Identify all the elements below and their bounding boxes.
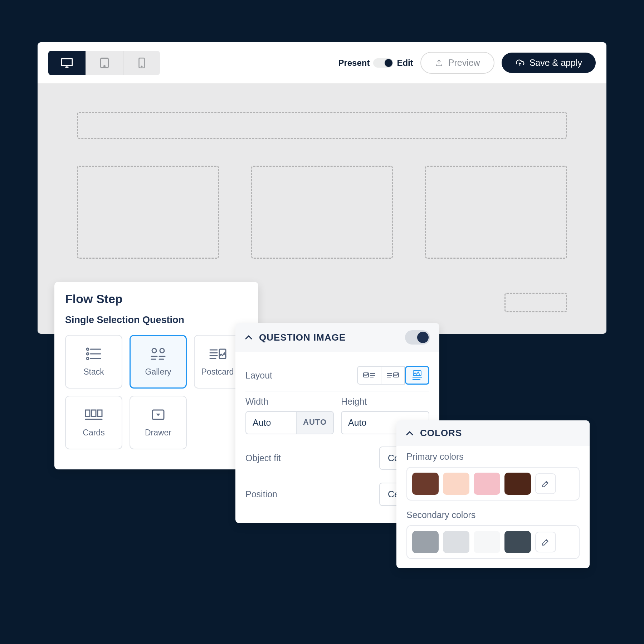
svg-point-14 — [160, 348, 164, 353]
swatch-secondary-3[interactable] — [474, 531, 500, 553]
device-mobile-button[interactable] — [123, 51, 160, 75]
mobile-icon — [137, 58, 146, 68]
preview-button[interactable]: Preview — [420, 52, 494, 74]
width-unit[interactable]: AUTO — [297, 411, 334, 434]
tile-label: Stack — [83, 367, 104, 377]
save-label: Save & apply — [530, 58, 582, 68]
height-label: Height — [341, 396, 367, 406]
image-right-icon — [386, 371, 399, 380]
toggle-knob — [385, 59, 392, 67]
swatch-primary-3[interactable] — [474, 473, 500, 495]
layout-row: Layout — [245, 360, 429, 391]
flow-step-title: Flow Step — [65, 292, 248, 306]
colors-header[interactable]: COLORS — [396, 420, 590, 446]
cards-icon — [84, 408, 103, 421]
tile-label: Gallery — [145, 367, 171, 377]
colors-panel: COLORS Primary colors Secondary colors — [396, 420, 590, 568]
toggle-label-present: Present — [338, 58, 370, 68]
preview-label: Preview — [448, 58, 480, 68]
colors-title: COLORS — [420, 428, 580, 439]
flow-step-panel: Flow Step Single Selection Question Stac… — [54, 282, 258, 469]
postcard-icon — [209, 347, 226, 361]
upload-icon — [435, 59, 443, 67]
swatch-primary-4[interactable] — [504, 473, 531, 495]
device-switcher — [48, 51, 160, 75]
gallery-icon — [149, 347, 167, 361]
svg-rect-26 — [98, 410, 102, 416]
swatch-secondary-2[interactable] — [443, 531, 469, 553]
tile-stack[interactable]: Stack — [65, 335, 122, 389]
swatch-primary-2[interactable] — [443, 473, 469, 495]
tile-label: Postcard — [201, 367, 234, 377]
secondary-colors-section: Secondary colors — [396, 504, 590, 568]
object-fit-label: Object fit — [245, 453, 281, 463]
image-top-icon — [411, 370, 423, 381]
width-label: Width — [245, 396, 268, 406]
cloud-upload-icon — [515, 58, 525, 68]
swatch-secondary-4[interactable] — [504, 531, 531, 553]
dropzone-col-1[interactable] — [77, 166, 219, 259]
toggle-label-edit: Edit — [397, 58, 413, 68]
desktop-icon — [60, 58, 73, 68]
device-desktop-button[interactable] — [48, 51, 86, 75]
tablet-icon — [98, 58, 111, 68]
stack-icon — [85, 347, 103, 361]
svg-point-4 — [104, 65, 105, 67]
device-tablet-button[interactable] — [86, 51, 123, 75]
dropzone-footer-button[interactable] — [504, 293, 567, 312]
primary-label: Primary colors — [406, 452, 580, 462]
primary-swatches — [406, 467, 580, 501]
width-col: Width Auto AUTO — [245, 396, 334, 434]
mode-toggle: Present Edit — [338, 58, 413, 68]
flow-step-subtitle: Single Selection Question — [65, 314, 248, 326]
tile-label: Drawer — [145, 428, 171, 438]
save-apply-button[interactable]: Save & apply — [502, 53, 596, 73]
dropzone-col-3[interactable] — [425, 166, 567, 259]
svg-rect-0 — [62, 59, 72, 66]
image-left-icon — [363, 371, 376, 380]
layout-opt-right[interactable] — [381, 366, 405, 385]
question-image-header[interactable]: QUESTION IMAGE — [235, 323, 439, 352]
svg-point-13 — [152, 348, 156, 353]
mode-toggle-switch[interactable] — [373, 58, 393, 68]
tile-cards[interactable]: Cards — [65, 396, 122, 449]
layout-opt-left[interactable] — [357, 366, 381, 385]
tile-label: Cards — [83, 428, 104, 438]
svg-rect-24 — [86, 410, 90, 416]
tile-drawer[interactable]: Drawer — [130, 396, 187, 449]
width-value[interactable]: Auto — [245, 411, 297, 434]
question-image-title: QUESTION IMAGE — [259, 332, 399, 343]
layout-segment-group — [357, 366, 429, 385]
svg-point-7 — [87, 348, 89, 350]
top-toolbar: Present Edit Preview Save & apply — [38, 42, 606, 83]
svg-point-11 — [87, 357, 89, 360]
chevron-up-icon — [245, 335, 253, 340]
dropzone-header[interactable] — [77, 112, 567, 139]
tile-gallery[interactable]: Gallery — [130, 335, 187, 389]
svg-rect-25 — [92, 410, 96, 416]
edit-icon — [541, 537, 550, 547]
svg-point-9 — [87, 353, 89, 355]
toolbar-right: Present Edit Preview Save & apply — [338, 52, 596, 74]
dropzone-col-2[interactable] — [251, 166, 393, 259]
tile-postcard[interactable]: Postcard — [194, 335, 240, 389]
chevron-up-icon — [406, 431, 414, 436]
layout-label: Layout — [245, 370, 272, 381]
layout-opt-top[interactable] — [405, 366, 429, 385]
edit-secondary-colors-button[interactable] — [535, 532, 556, 552]
swatch-secondary-1[interactable] — [412, 531, 439, 553]
edit-icon — [541, 479, 550, 488]
edit-primary-colors-button[interactable] — [535, 473, 556, 494]
secondary-label: Secondary colors — [406, 510, 580, 520]
secondary-swatches — [406, 525, 580, 559]
dropzone-row — [77, 166, 567, 259]
layout-tiles-row-2: Cards Drawer — [65, 396, 248, 449]
swatch-primary-1[interactable] — [412, 473, 439, 495]
svg-point-6 — [141, 66, 142, 67]
width-input-group: Auto AUTO — [245, 411, 334, 434]
layout-tiles-row-1: Stack Gallery Postcard — [65, 335, 248, 389]
primary-colors-section: Primary colors — [396, 446, 590, 504]
question-image-toggle[interactable] — [405, 330, 430, 345]
toggle-knob — [417, 332, 429, 343]
position-label: Position — [245, 489, 277, 499]
